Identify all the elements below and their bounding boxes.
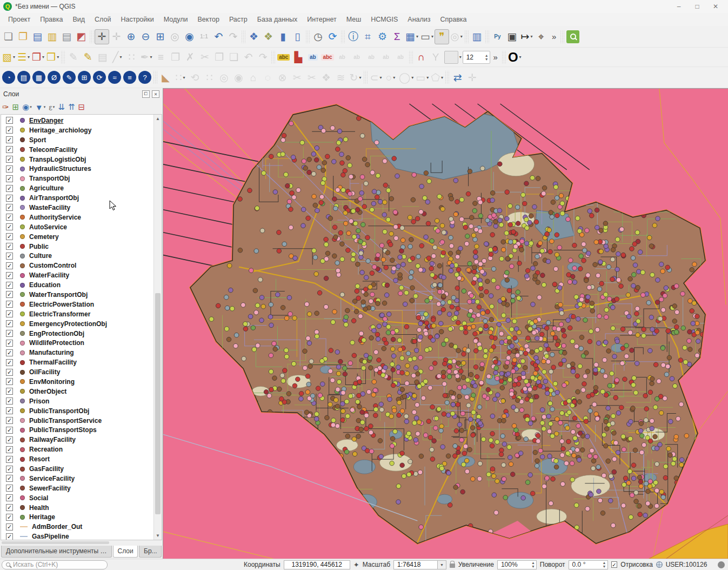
dropdown-icon[interactable]: ▾: [30, 105, 32, 109]
plugin-sync-button[interactable]: ⟳: [92, 70, 107, 85]
layer-label[interactable]: OtherObject: [29, 388, 66, 395]
layer-label[interactable]: WaterTransportObj: [29, 291, 88, 299]
layer-checkbox[interactable]: ✓: [6, 446, 13, 453]
layer-item[interactable]: ✓Cemetery: [1, 232, 153, 242]
plugin-zero-button[interactable]: Ø: [46, 70, 62, 85]
dropdown-icon[interactable]: ▾: [426, 75, 429, 80]
expand-all-button[interactable]: ⇊: [58, 102, 65, 112]
layer-item[interactable]: ✓AdmBorder_Out: [1, 522, 153, 532]
panel-float-icon[interactable]: ⧠: [142, 90, 150, 98]
rotation-value[interactable]: 0.0 °: [572, 561, 603, 568]
layer-checkbox[interactable]: ✓: [6, 494, 13, 501]
style-manager-button[interactable]: ◩: [74, 29, 89, 44]
font-size-button[interactable]: 12▲▼: [463, 51, 490, 64]
layer-label[interactable]: AuthorityService: [29, 214, 81, 221]
layer-checkbox[interactable]: ✓: [6, 223, 13, 230]
layer-label[interactable]: EnvMonitoring: [29, 378, 75, 386]
dropdown-icon[interactable]: ▾: [359, 75, 361, 80]
dropdown-icon[interactable]: ▾: [411, 75, 413, 80]
dropdown-icon[interactable]: ▾: [416, 34, 418, 39]
zoom-to-layer-button[interactable]: ◉: [182, 29, 197, 44]
dropdown-icon[interactable]: ▾: [53, 105, 55, 109]
layer-checkbox[interactable]: ✓: [6, 504, 13, 511]
menu-1[interactable]: Проект: [3, 14, 35, 25]
layer-label[interactable]: Recreation: [29, 446, 63, 453]
layer-label[interactable]: Heritage: [29, 513, 55, 521]
layer-checkbox[interactable]: ✓: [6, 262, 13, 269]
bookmark-manager-button[interactable]: ▯: [290, 29, 305, 44]
layer-label[interactable]: PublicTransportObj: [29, 407, 89, 415]
layer-item[interactable]: ✓OilFacility: [1, 367, 153, 377]
pan-map-button[interactable]: ✛: [95, 29, 109, 44]
python-console-button[interactable]: Py: [490, 29, 505, 44]
plugin-share-button[interactable]: ◔: [1, 70, 16, 85]
collapse-all-button[interactable]: ⇈: [68, 102, 75, 112]
dropdown-icon[interactable]: ▾: [393, 75, 395, 80]
dropdown-icon[interactable]: ▾: [44, 105, 46, 109]
scroll-down-icon[interactable]: ▼: [154, 532, 162, 540]
layer-label[interactable]: Culture: [29, 252, 52, 260]
layer-label[interactable]: Public: [29, 243, 49, 250]
layer-checkbox[interactable]: ✓: [6, 156, 13, 163]
layer-item[interactable]: ✓TranspLogisticObj: [1, 155, 153, 164]
toolbar-overflow-1[interactable]: »: [549, 32, 559, 41]
layer-item[interactable]: ✓EnvDanger: [1, 116, 153, 125]
layer-checkbox[interactable]: ✓: [6, 514, 13, 521]
layer-checkbox[interactable]: ✓: [6, 185, 13, 192]
plugin-database-button[interactable]: ▤: [16, 70, 31, 85]
layer-item[interactable]: ✓Public: [1, 242, 153, 251]
layer-checkbox[interactable]: ✓: [6, 233, 13, 240]
dropdown-icon[interactable]: ▾: [28, 55, 30, 59]
scale-combobox[interactable]: 1:76418 ▼: [393, 560, 446, 569]
menu-11[interactable]: Меш: [342, 14, 366, 25]
symbol-circle-button[interactable]: O▾: [507, 50, 523, 65]
flip-line-button[interactable]: ⇄: [450, 70, 465, 85]
layer-item[interactable]: ✓PublicTransportService: [1, 416, 153, 426]
layer-item[interactable]: ✓WasteFacility: [1, 203, 153, 213]
extent-icon[interactable]: ✦: [353, 561, 359, 569]
select-features-button[interactable]: ▧▾: [1, 50, 16, 65]
add-group-button[interactable]: ⊞: [12, 102, 19, 112]
layer-checkbox[interactable]: ✓: [6, 388, 13, 395]
layer-checkbox[interactable]: ✓: [6, 485, 13, 492]
plugin-help-button[interactable]: ?: [137, 70, 152, 85]
dropdown-icon[interactable]: ▾: [379, 75, 382, 80]
layer-checkbox[interactable]: ✓: [6, 320, 13, 327]
layer-item[interactable]: ✓GasFacility: [1, 464, 153, 474]
deselect-features-button[interactable]: ❒▾: [31, 50, 45, 65]
layer-label[interactable]: Health: [29, 504, 49, 512]
layer-checkbox[interactable]: ✓: [6, 175, 13, 182]
processing-toolbox-button[interactable]: ⚙: [375, 29, 390, 44]
layer-label[interactable]: Manufacturing: [29, 349, 74, 356]
messages-icon[interactable]: [718, 561, 725, 568]
layer-item[interactable]: ✓RailwayFacility: [1, 435, 153, 445]
search-input[interactable]: Искать (Ctrl+K): [2, 560, 108, 569]
magnifier-value[interactable]: 100%: [501, 561, 531, 568]
plugin-table-button[interactable]: ⊞: [77, 70, 92, 85]
layer-label[interactable]: EmergencyProtectionObj: [29, 320, 107, 328]
magnifier-spinner[interactable]: 100% ▲▼: [497, 560, 537, 569]
layer-item[interactable]: ✓OtherObject: [1, 387, 153, 396]
layer-item[interactable]: ✓AutoService: [1, 222, 153, 232]
layer-checkbox[interactable]: ✓: [6, 146, 13, 153]
scroll-up-icon[interactable]: ▲: [154, 115, 162, 123]
layer-checkbox[interactable]: ✓: [6, 349, 13, 356]
menu-7[interactable]: Вектор: [193, 14, 224, 25]
layer-checkbox[interactable]: ✓: [6, 407, 13, 414]
dropdown-icon[interactable]: ▾: [150, 55, 152, 59]
dropdown-icon[interactable]: ▾: [57, 55, 59, 59]
layer-label[interactable]: WaterFacility: [29, 271, 69, 279]
layer-checkbox[interactable]: ✓: [6, 340, 13, 347]
layer-label[interactable]: PublicTransportService: [29, 417, 102, 425]
toggle-editing-button[interactable]: ✎: [81, 50, 95, 65]
panel-tab-2[interactable]: Слои: [113, 546, 138, 558]
dropdown-icon[interactable]: ▾: [42, 55, 44, 59]
refresh-map-button[interactable]: ⟳: [325, 29, 340, 44]
dropdown-icon[interactable]: ▾: [530, 34, 532, 39]
layer-checkbox[interactable]: ✓: [6, 475, 13, 482]
zoom-last-button[interactable]: ↶: [211, 29, 226, 44]
layer-item[interactable]: ✓TransportObj: [1, 174, 153, 183]
layer-item[interactable]: ✓Culture: [1, 251, 153, 261]
coords-input[interactable]: 1319190, 445612: [284, 560, 350, 569]
layer-item[interactable]: ✓EnvMonitoring: [1, 377, 153, 387]
